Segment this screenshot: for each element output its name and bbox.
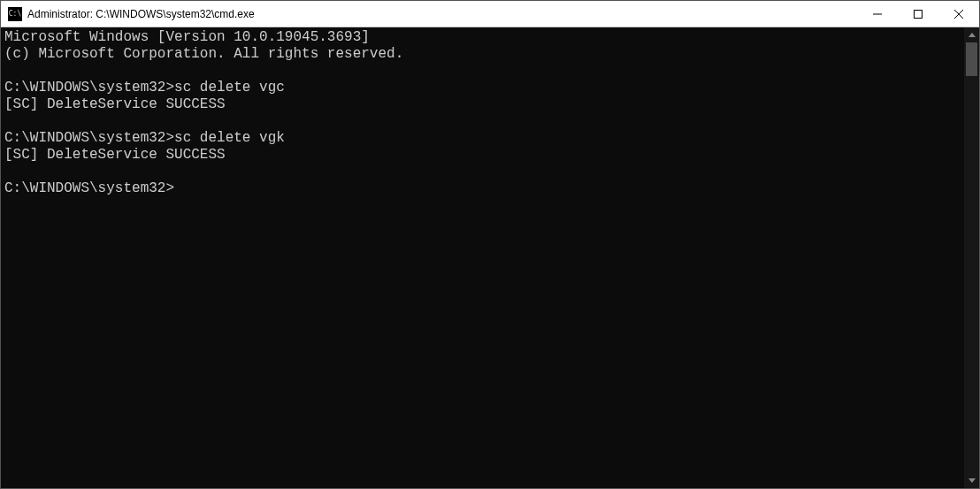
minimize-icon xyxy=(873,10,882,19)
window-title: Administrator: C:\WINDOWS\system32\cmd.e… xyxy=(27,8,857,20)
maximize-button[interactable] xyxy=(898,1,938,27)
close-icon xyxy=(954,10,963,19)
cmd-icon: C:\ xyxy=(8,7,22,21)
cmd-window: C:\ Administrator: C:\WINDOWS\system32\c… xyxy=(0,0,980,489)
chevron-up-icon xyxy=(969,33,976,37)
maximize-icon xyxy=(914,10,923,19)
close-button[interactable] xyxy=(938,1,979,27)
terminal-area: Microsoft Windows [Version 10.0.19045.36… xyxy=(1,27,979,488)
scrollbar-vertical[interactable] xyxy=(964,27,979,488)
chevron-down-icon xyxy=(969,478,976,483)
scroll-track[interactable] xyxy=(964,42,979,473)
scroll-thumb[interactable] xyxy=(966,42,977,76)
scroll-down-arrow[interactable] xyxy=(964,473,979,488)
svg-rect-1 xyxy=(915,10,923,18)
scroll-up-arrow[interactable] xyxy=(964,27,979,42)
terminal-output[interactable]: Microsoft Windows [Version 10.0.19045.36… xyxy=(1,27,964,488)
minimize-button[interactable] xyxy=(857,1,898,27)
titlebar[interactable]: C:\ Administrator: C:\WINDOWS\system32\c… xyxy=(1,1,979,27)
window-controls xyxy=(857,1,979,27)
